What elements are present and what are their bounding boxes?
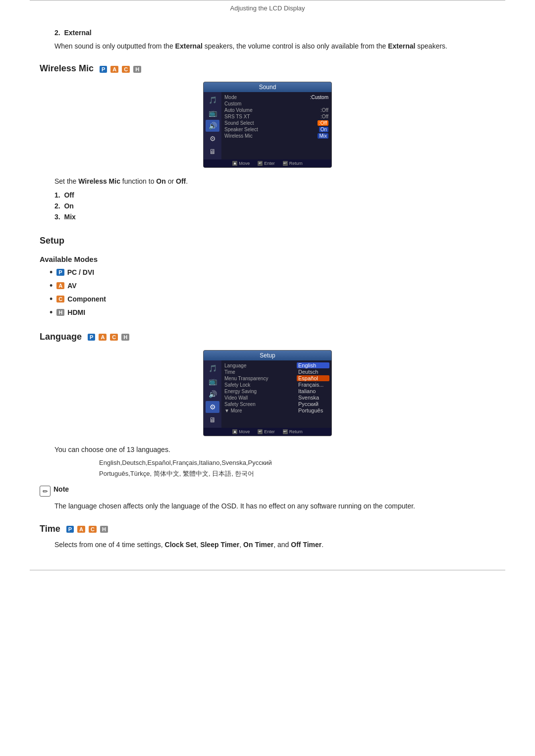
note-text: The language chosen affects only the lan…: [54, 501, 495, 511]
osd-footer-move: ▲Move: [232, 161, 250, 166]
lang-icon-2: 📺: [206, 375, 219, 387]
wireless-mic-instruction: Set the Wireless Mic function to On or O…: [54, 176, 495, 187]
lang-icon-5: 🖥: [206, 414, 219, 426]
mode-pc-dvi-label: PC / DVI: [67, 268, 94, 276]
mode-component-label: Component: [67, 295, 106, 303]
mode-av-label: AV: [67, 282, 76, 290]
mode-av: • A AV: [50, 281, 495, 291]
osd-icon-4: ⚙: [206, 133, 219, 145]
lang-row-menu-transparency: Menu Transparency: [224, 375, 297, 382]
languages-line2: Português,Türkçe, 简体中文, 繁體中文, 日本語, 한국어: [99, 469, 495, 478]
mode-hdmi-label: HDMI: [67, 308, 85, 316]
lang-row-video-wall: Video Wall: [224, 395, 297, 401]
wm-item-2: 2. On: [54, 202, 495, 210]
lang-osd-icons: 🎵 📺 🔊 ⚙ 🖥: [204, 360, 221, 428]
osd-footer: ▲Move ↵Enter ↩Return: [204, 159, 331, 167]
external-number-label: 2.: [54, 29, 60, 37]
osd-row-sound-select: Sound Select:Off: [224, 120, 328, 126]
lang-footer-move: ▲Move: [232, 429, 250, 434]
lang-badge-c: C: [110, 334, 118, 341]
wm-item-3: 3. Mix: [54, 213, 495, 221]
badge-mode-p: P: [56, 269, 64, 276]
osd-row-speaker-select: Speaker SelectOn: [224, 126, 328, 133]
osd-row-auto-volume: Auto Volume:Off: [224, 107, 328, 113]
badge-mode-c: C: [56, 296, 64, 302]
osd-icon-2: 📺: [206, 107, 219, 119]
osd-footer-return: ↩Return: [283, 161, 303, 166]
available-modes-heading: Available Modes: [40, 255, 495, 263]
external-label: External: [64, 29, 91, 37]
lang-osd-footer: ▲Move ↵Enter ↩Return: [204, 428, 331, 436]
badge-p: P: [100, 66, 107, 73]
language-osd-container: Setup 🎵 📺 🔊 ⚙ 🖥 Language Time Menu T: [40, 350, 495, 436]
lang-osd-content: Language Time Menu Transparency Safety L…: [221, 360, 331, 428]
mode-pc-dvi: • P PC / DVI: [50, 267, 495, 278]
note-icon: ✏: [40, 486, 51, 497]
lang-espanol: Español: [297, 375, 329, 381]
page-title: Adjusting the LCD Display: [30, 0, 505, 16]
external-number: 2. External: [54, 29, 495, 37]
time-badge-p: P: [66, 526, 74, 533]
language-osd-box: Setup 🎵 📺 🔊 ⚙ 🖥 Language Time Menu T: [203, 350, 332, 436]
time-badge-h: H: [100, 526, 108, 533]
lang-portuguese: Português: [297, 407, 329, 413]
lang-menu-labels: Language Time Menu Transparency Safety L…: [221, 360, 297, 428]
bottom-border: [30, 570, 505, 570]
lang-badge-h: H: [121, 334, 129, 341]
osd-icon-3-active: 🔊: [206, 120, 219, 132]
osd-icon-1: 🎵: [206, 94, 219, 106]
time-badge-a: A: [77, 526, 85, 533]
time-heading: Time P A C H: [40, 524, 495, 534]
lang-badge-p: P: [88, 334, 95, 341]
mode-component: • C Component: [50, 294, 495, 304]
note-box: ✏ Note: [40, 485, 495, 497]
external-description: When sound is only outputted from the Ex…: [54, 41, 495, 51]
setup-heading: Setup: [40, 236, 495, 246]
lang-row-more: ▼ More: [224, 407, 297, 414]
osd-row-custom: Custom: [224, 101, 328, 107]
wireless-mic-heading: Wireless Mic P A C H: [40, 63, 495, 74]
mode-hdmi: • H HDMI: [50, 307, 495, 318]
lang-icon-1: 🎵: [206, 362, 219, 374]
lang-row-safety-lock: Safety Lock: [224, 382, 297, 388]
badge-a: A: [110, 66, 118, 73]
note-label: Note: [54, 485, 69, 493]
osd-footer-enter: ↵Enter: [258, 161, 275, 166]
lang-english: English: [297, 362, 329, 368]
lang-row-safety-screen: Safety Screen: [224, 401, 297, 407]
osd-title-sound: Sound: [204, 82, 331, 92]
badge-c: C: [122, 66, 130, 73]
language-description: You can choose one of 13 languages.: [54, 444, 495, 455]
badge-mode-h: H: [56, 309, 64, 316]
wireless-mic-osd-box: Sound 🎵 📺 🔊 ⚙ 🖥 Mode:Custom Custom: [203, 82, 332, 168]
time-description: Selects from one of 4 time settings, Clo…: [54, 539, 495, 550]
lang-footer-return: ↩Return: [283, 429, 303, 434]
lang-deutsch: Deutsch: [297, 369, 329, 375]
badge-mode-a: A: [56, 282, 64, 289]
lang-badge-a: A: [99, 334, 107, 341]
wm-item-1: 1. Off: [54, 191, 495, 199]
lang-icon-4-active: ⚙: [206, 401, 219, 413]
lang-italiano: Italiano: [297, 388, 329, 394]
language-heading: Language P A C H: [40, 332, 495, 342]
lang-row-energy-saving: Energy Saving: [224, 388, 297, 395]
lang-row-time: Time: [224, 369, 297, 375]
wireless-mic-osd-container: Sound 🎵 📺 🔊 ⚙ 🖥 Mode:Custom Custom: [40, 82, 495, 168]
lang-osd-body: 🎵 📺 🔊 ⚙ 🖥 Language Time Menu Transparenc…: [204, 360, 331, 428]
osd-row-wireless-mic: Wireless MicMix: [224, 133, 328, 139]
time-badge-c: C: [89, 526, 97, 533]
lang-russian: Русский: [297, 401, 329, 407]
osd-menu-rows: Mode:Custom Custom Auto Volume:Off SRS T…: [221, 92, 331, 159]
lang-svenska: Svenska: [297, 395, 329, 401]
lang-francais: Français...: [297, 382, 329, 388]
osd-icons-column: 🎵 📺 🔊 ⚙ 🖥: [204, 92, 221, 159]
osd-body: 🎵 📺 🔊 ⚙ 🖥 Mode:Custom Custom Auto Volu: [204, 92, 331, 159]
osd-title-setup: Setup: [204, 351, 331, 360]
osd-row-mode: Mode:Custom: [224, 94, 328, 101]
lang-icon-3: 🔊: [206, 388, 219, 400]
badge-h: H: [133, 66, 141, 73]
lang-footer-enter: ↵Enter: [258, 429, 275, 434]
lang-list: English Deutsch Español Français... Ital…: [297, 360, 331, 428]
languages-line1: English,Deutsch,Español,Français,Italian…: [99, 459, 495, 466]
lang-row-language: Language: [224, 362, 297, 369]
